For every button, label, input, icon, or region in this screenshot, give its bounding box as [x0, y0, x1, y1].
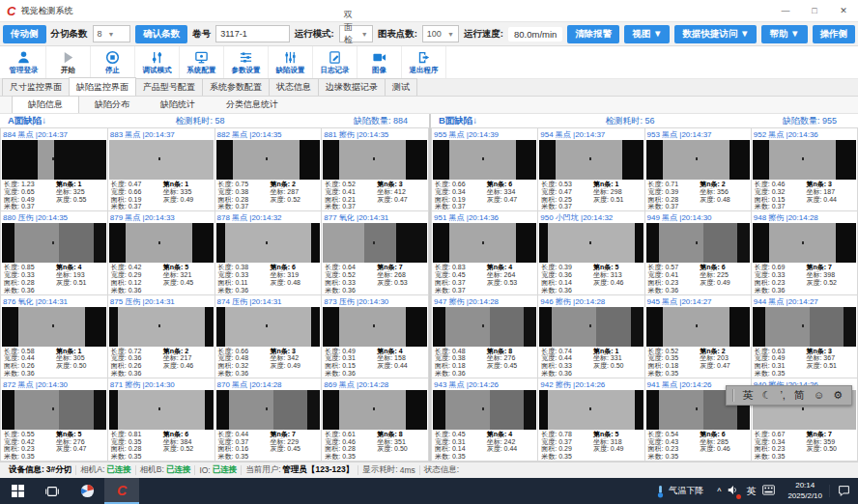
defect-image[interactable] [539, 390, 643, 430]
maximize-button[interactable]: □ [800, 0, 829, 21]
action-center-button[interactable] [829, 485, 858, 497]
slit-count-select[interactable]: 8▼ [93, 25, 131, 42]
defect-cell[interactable]: 947 擦伤 |20:14:28 长度: 0.48 宽度: 0.38 面积: 0… [432, 295, 538, 378]
defect-image[interactable] [539, 307, 643, 347]
drive-side-button[interactable]: 传动侧 [3, 25, 46, 43]
defect-cell[interactable]: 949 黑点 |20:14:30 长度: 0.57 宽度: 0.41 面积: 0… [645, 211, 752, 294]
defect-image[interactable] [646, 307, 750, 347]
defect-image[interactable] [109, 140, 214, 180]
defect-cell[interactable]: 953 黑点 |20:14:37 长度: 0.71 宽度: 0.39 面积: 0… [645, 128, 752, 211]
defect-image[interactable] [753, 307, 856, 347]
main-tab[interactable]: 系统参数配置 [202, 78, 270, 96]
sub-tab[interactable]: 缺陷统计 [145, 97, 211, 113]
defect-image[interactable] [646, 223, 750, 263]
defect-cell[interactable]: 875 压伤 |20:14:31 长度: 0.72 宽度: 0.36 面积: 0… [108, 295, 215, 378]
active-app-button[interactable]: C [104, 478, 139, 504]
help-menu-button[interactable]: 帮助 ▼ [761, 25, 807, 43]
volume-icon[interactable] [728, 485, 739, 497]
defect-cell[interactable]: 877 氧化 |20:14:31 长度: 0.64 宽度: 0.52 面积: 0… [322, 211, 429, 294]
defect-image[interactable] [216, 307, 321, 347]
data-quick-access-menu-button[interactable]: 数据快捷访问 ▼ [674, 25, 757, 43]
defect-image[interactable] [109, 223, 214, 263]
ribbon-item-user[interactable]: 管理登录 [2, 46, 46, 78]
close-button[interactable]: ✕ [829, 0, 858, 21]
ribbon-item-defect[interactable]: 缺陷设置 [269, 46, 313, 78]
tray-expand-icon[interactable]: ^ [717, 487, 721, 496]
defect-cell[interactable]: 871 擦伤 |20:14:30 长度: 0.81 宽度: 0.35 面积: 0… [108, 378, 215, 462]
touch-keyboard-icon[interactable] [762, 485, 775, 497]
defect-cell[interactable]: 946 擦伤 |20:14:28 长度: 0.74 宽度: 0.44 面积: 0… [538, 295, 644, 378]
defect-image[interactable] [2, 307, 106, 347]
ime-bar-item[interactable]: ☾ [762, 390, 772, 401]
ribbon-item-exit[interactable]: 退出程序 [402, 46, 446, 78]
defect-image[interactable] [323, 307, 427, 347]
ribbon-item-stop[interactable]: 停止 [91, 46, 135, 78]
defect-cell[interactable]: 943 黑点 |20:14:26 长度: 0.45 宽度: 0.31 面积: 0… [432, 378, 538, 462]
ime-language-bar[interactable]: 英☾’,简☺⚙ [726, 385, 852, 406]
defect-cell[interactable]: 879 黑点 |20:14:33 长度: 0.42 宽度: 0.29 面积: 0… [108, 211, 215, 294]
main-tab[interactable]: 缺陷监控界面 [69, 77, 136, 96]
ribbon-item-system[interactable]: 系统配置 [180, 46, 224, 78]
view-menu-button[interactable]: 视图 ▼ [624, 25, 670, 43]
defect-cell[interactable]: 883 黑点 |20:14:37 长度: 0.47 宽度: 0.66 面积: 0… [108, 128, 215, 211]
defect-cell[interactable]: 884 黑点 |20:14:37 长度: 1.23 宽度: 0.65 面积: 0… [1, 128, 108, 211]
minimize-button[interactable]: — [771, 0, 800, 21]
defect-image[interactable] [539, 140, 643, 180]
defect-cell[interactable]: 869 黑点 |20:14:28 长度: 0.61 宽度: 0.46 面积: 0… [322, 378, 429, 462]
clock[interactable]: 20:14 2025/2/10 [781, 481, 829, 501]
confirm-count-button[interactable]: 确认条数 [135, 25, 187, 43]
defect-image[interactable] [2, 390, 106, 430]
defect-image[interactable] [2, 140, 106, 180]
defect-cell[interactable]: 878 黑点 |20:14:32 长度: 0.38 宽度: 0.33 面积: 0… [215, 211, 323, 294]
defect-image[interactable] [753, 223, 856, 263]
defect-cell[interactable]: 881 擦伤 |20:14:35 长度: 0.52 宽度: 0.41 面积: 0… [322, 128, 429, 211]
defect-image[interactable] [2, 223, 106, 263]
defect-cell[interactable]: 873 压伤 |20:14:30 长度: 0.49 宽度: 0.31 面积: 0… [322, 295, 429, 378]
defect-cell[interactable]: 948 擦伤 |20:14:28 长度: 0.69 宽度: 0.33 面积: 0… [752, 211, 858, 294]
roll-number-input[interactable]: 3117-1 [215, 25, 289, 42]
defect-cell[interactable]: 954 黑点 |20:14:37 长度: 0.53 宽度: 0.47 面积: 0… [538, 128, 644, 211]
drag-handle-icon[interactable] [732, 389, 734, 402]
clear-alarm-button[interactable]: 清除报警 [567, 25, 619, 43]
defect-image[interactable] [323, 390, 427, 430]
defect-cell[interactable]: 955 黑点 |20:14:39 长度: 0.66 宽度: 0.34 面积: 0… [432, 128, 538, 211]
main-tab[interactable]: 边缘数据记录 [318, 78, 386, 96]
start-button[interactable] [0, 478, 35, 504]
defect-cell[interactable]: 952 黑点 |20:14:36 长度: 0.46 宽度: 0.32 面积: 0… [752, 128, 858, 211]
defect-cell[interactable]: 870 黑点 |20:14:28 长度: 0.44 宽度: 0.37 面积: 0… [215, 378, 323, 462]
ime-language-indicator[interactable]: 英 [746, 485, 756, 498]
panel-b-title[interactable]: B面缺陷↓ [439, 115, 477, 127]
defect-image[interactable] [216, 223, 321, 263]
defect-cell[interactable]: 951 黑点 |20:14:36 长度: 0.83 宽度: 0.45 面积: 0… [432, 211, 538, 294]
ribbon-item-camera[interactable]: 图像 [358, 46, 402, 78]
operate-side-button[interactable]: 操作侧 [813, 25, 856, 43]
defect-image[interactable] [433, 307, 536, 347]
defect-image[interactable] [433, 390, 536, 430]
defect-image[interactable] [433, 223, 536, 263]
defect-cell[interactable]: 944 黑点 |20:14:27 长度: 0.63 宽度: 0.49 面积: 0… [752, 295, 858, 378]
task-view-button[interactable] [35, 478, 70, 504]
defect-image[interactable] [216, 140, 321, 180]
main-tab[interactable]: 产品型号配置 [135, 78, 203, 96]
ime-bar-item[interactable]: ☺ [814, 390, 824, 401]
sub-tab[interactable]: 缺陷分布 [79, 97, 145, 113]
chart-points-select[interactable]: 100▼ [422, 25, 459, 42]
panel-a-title[interactable]: A面缺陷↓ [8, 115, 46, 127]
defect-cell[interactable]: 950 小凹坑 |20:14:32 长度: 0.39 宽度: 0.36 面积: … [538, 211, 644, 294]
defect-cell[interactable]: 945 黑点 |20:14:27 长度: 0.52 宽度: 0.35 面积: 0… [645, 295, 752, 378]
ime-bar-item[interactable]: 简 [794, 390, 805, 401]
defect-image[interactable] [323, 223, 427, 263]
ime-bar-item[interactable]: ⚙ [833, 390, 843, 401]
main-tab[interactable]: 状态信息 [269, 78, 319, 96]
ribbon-item-play[interactable]: 开始 [46, 46, 91, 78]
run-mode-select[interactable]: 双面检测▼ [339, 25, 373, 42]
defect-image[interactable] [216, 390, 321, 430]
defect-cell[interactable]: 880 压伤 |20:14:35 长度: 0.85 宽度: 0.33 面积: 0… [1, 211, 108, 294]
sub-tab[interactable]: 分类信息统计 [211, 97, 294, 113]
defect-cell[interactable]: 874 压伤 |20:14:31 长度: 0.66 宽度: 0.48 面积: 0… [215, 295, 323, 378]
defect-cell[interactable]: 872 黑点 |20:14:30 长度: 0.55 宽度: 0.42 面积: 0… [1, 378, 108, 462]
defect-cell[interactable]: 942 擦伤 |20:14:26 长度: 0.78 宽度: 0.37 面积: 0… [538, 378, 644, 462]
defect-image[interactable] [433, 140, 536, 180]
defect-image[interactable] [109, 390, 214, 430]
pinned-app-icon[interactable] [70, 478, 104, 504]
